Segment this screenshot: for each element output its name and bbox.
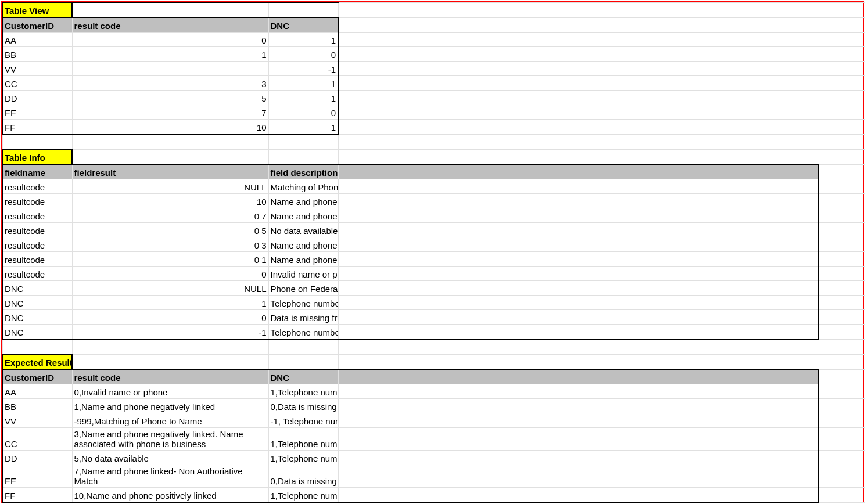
er-cell-dnc[interactable]: 1,Telephone number was found on the FTC … xyxy=(268,384,338,399)
er-cell-customerid[interactable]: DD xyxy=(2,451,72,465)
ti-cell-fieldresult[interactable]: -1 xyxy=(72,325,268,340)
ti-header-fieldresult[interactable]: fieldresult xyxy=(72,164,268,179)
ti-cell-fielddesc[interactable]: Name and phone positively linked xyxy=(268,194,338,208)
tv-cell-resultcode[interactable]: 1 xyxy=(72,47,268,62)
tv-cell-customerid[interactable]: EE xyxy=(2,105,72,120)
tv-cell-resultcode[interactable]: 3 xyxy=(72,76,268,91)
er-cell-customerid[interactable]: AA xyxy=(2,384,72,399)
ti-header-fielddesc[interactable]: field description xyxy=(268,164,338,179)
ti-cell-fielddesc[interactable]: Name and phone linked- Non Authoriative … xyxy=(268,208,338,223)
tv-cell-dnc[interactable]: 1 xyxy=(268,120,338,135)
tv-cell-customerid[interactable]: AA xyxy=(2,33,72,47)
ti-cell-fielddesc[interactable]: Name and phone negatively linked xyxy=(268,252,338,267)
ti-cell-fielddesc[interactable]: Data is missing from either the input re… xyxy=(268,310,338,325)
spreadsheet[interactable]: Table ViewCustomerIDresult codeDNCAA01BB… xyxy=(1,1,864,503)
ti-cell-fieldname[interactable]: DNC xyxy=(2,310,72,325)
er-cell-resultcode[interactable]: -999,Matching of Phone to Name xyxy=(72,413,268,428)
ti-cell-fieldname[interactable]: resultcode xyxy=(2,208,72,223)
tv-cell-customerid[interactable]: BB xyxy=(2,47,72,62)
er-cell-resultcode[interactable]: 3,Name and phone negatively linked. Name… xyxy=(72,428,268,451)
er-header-resultcode[interactable]: result code xyxy=(72,369,268,384)
ti-cell-fieldresult[interactable]: 1 xyxy=(72,296,268,310)
ti-cell-fielddesc[interactable]: Phone on Federal, State or DMA Do Not Ca… xyxy=(268,281,338,296)
ti-cell-fielddesc[interactable]: Telephone number was found on the FTC or… xyxy=(268,296,338,310)
er-header-customerid[interactable]: CustomerID xyxy=(2,369,72,384)
tv-header-resultcode[interactable]: result code xyxy=(72,17,268,33)
tv-cell-dnc[interactable]: 1 xyxy=(268,91,338,105)
ti-cell-fieldname[interactable]: DNC xyxy=(2,281,72,296)
er-cell-resultcode[interactable]: 1,Name and phone negatively linked xyxy=(72,399,268,413)
ti-cell-fielddesc[interactable]: Invalid name or phone xyxy=(268,267,338,281)
tv-cell-dnc[interactable]: 1 xyxy=(268,33,338,47)
tv-header-customerid[interactable]: CustomerID xyxy=(2,17,72,33)
ti-cell-fielddesc[interactable]: Name and phone negatively linked. Name a… xyxy=(268,237,338,252)
ti-cell-fieldname[interactable]: resultcode xyxy=(2,223,72,237)
er-cell-customerid[interactable]: VV xyxy=(2,413,72,428)
ti-cell-fieldname[interactable]: DNC xyxy=(2,325,72,340)
ti-cell-fieldresult[interactable]: NULL xyxy=(72,281,268,296)
tv-cell-dnc[interactable]: 0 xyxy=(268,105,338,120)
tv-cell-customerid[interactable]: VV xyxy=(2,62,72,76)
grid[interactable]: Table ViewCustomerIDresult codeDNCAA01BB… xyxy=(2,2,865,503)
ti-cell-fieldname[interactable]: resultcode xyxy=(2,252,72,267)
tv-cell-dnc[interactable]: 1 xyxy=(268,76,338,91)
er-cell-customerid[interactable]: CC xyxy=(2,428,72,451)
er-cell-dnc[interactable]: 1,Telephone number was found on the FTC … xyxy=(268,451,338,465)
er-cell-dnc[interactable]: 0,Data is missing from either the input … xyxy=(268,399,338,413)
ti-cell-fieldname[interactable]: resultcode xyxy=(2,194,72,208)
ti-cell-fieldresult[interactable]: 0 5 xyxy=(72,223,268,237)
section-title-table-info[interactable]: Table Info xyxy=(2,149,72,164)
ti-cell-fieldname[interactable]: resultcode xyxy=(2,237,72,252)
ti-cell-fieldname[interactable]: DNC xyxy=(2,296,72,310)
ti-cell-fielddesc[interactable]: No data available xyxy=(268,223,338,237)
tv-cell-customerid[interactable]: CC xyxy=(2,76,72,91)
ti-cell-fieldresult[interactable]: 0 7 xyxy=(72,208,268,223)
ti-header-fieldname[interactable]: fieldname xyxy=(2,164,72,179)
ti-cell-fieldresult[interactable]: 0 1 xyxy=(72,252,268,267)
tv-cell-resultcode[interactable] xyxy=(72,62,268,76)
ti-cell-fieldname[interactable]: resultcode xyxy=(2,179,72,194)
er-cell-dnc[interactable]: 1,Telephone number was found on the FTC … xyxy=(268,488,338,503)
ti-cell-fieldresult[interactable]: 0 xyxy=(72,267,268,281)
er-cell-resultcode[interactable]: 10,Name and phone positively linked xyxy=(72,488,268,503)
er-header-dnc[interactable]: DNC xyxy=(268,369,338,384)
ti-cell-fieldname[interactable]: resultcode xyxy=(2,267,72,281)
tv-cell-dnc[interactable]: -1 xyxy=(268,62,338,76)
er-cell-resultcode[interactable]: 5,No data available xyxy=(72,451,268,465)
tv-cell-customerid[interactable]: FF xyxy=(2,120,72,135)
er-cell-customerid[interactable]: FF xyxy=(2,488,72,503)
section-title-expected-result[interactable]: Expected Result xyxy=(2,354,72,369)
ti-cell-fieldresult[interactable]: 0 xyxy=(72,310,268,325)
section-title-table-view[interactable]: Table View xyxy=(2,2,72,17)
ti-cell-fieldresult[interactable]: 10 xyxy=(72,194,268,208)
ti-cell-fieldresult[interactable]: NULL xyxy=(72,179,268,194)
tv-cell-customerid[interactable]: DD xyxy=(2,91,72,105)
er-cell-customerid[interactable]: BB xyxy=(2,399,72,413)
tv-cell-resultcode[interactable]: 10 xyxy=(72,120,268,135)
tv-cell-resultcode[interactable]: 5 xyxy=(72,91,268,105)
er-cell-dnc[interactable]: 0,Data is missing from either the input … xyxy=(268,465,338,488)
ti-cell-fielddesc[interactable]: Telephone number was not found on the FT… xyxy=(268,325,338,340)
ti-cell-fielddesc[interactable]: Matching of Phone to Name xyxy=(268,179,338,194)
tv-cell-resultcode[interactable]: 7 xyxy=(72,105,268,120)
tv-cell-resultcode[interactable]: 0 xyxy=(72,33,268,47)
ti-cell-fieldresult[interactable]: 0 3 xyxy=(72,237,268,252)
er-cell-customerid[interactable]: EE xyxy=(2,465,72,488)
tv-header-dnc[interactable]: DNC xyxy=(268,17,338,33)
er-cell-dnc[interactable]: -1, Telephone number was not found on th… xyxy=(268,413,338,428)
er-cell-resultcode[interactable]: 0,Invalid name or phone xyxy=(72,384,268,399)
er-cell-dnc[interactable]: 1,Telephone number was found on the FTC … xyxy=(268,428,338,451)
tv-cell-dnc[interactable]: 0 xyxy=(268,47,338,62)
er-cell-resultcode[interactable]: 7,Name and phone linked- Non Authoriativ… xyxy=(72,465,268,488)
